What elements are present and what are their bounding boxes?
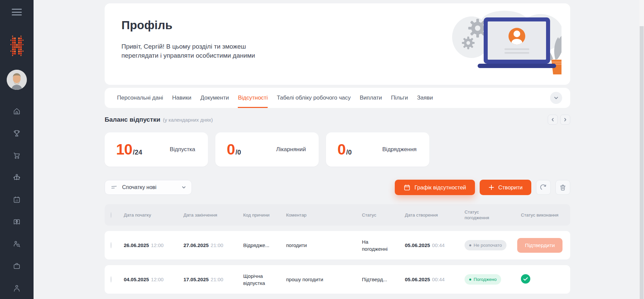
sort-dropdown[interactable]: Спочатку нові	[105, 180, 192, 195]
tab-timesheets[interactable]: Табелі обліку робочого часу	[277, 88, 351, 108]
sick-total: /0	[235, 148, 241, 156]
greeting-text: Привіт, Сергій! В цьому розділі ти зможе…	[121, 42, 259, 60]
approved-check-icon	[521, 274, 530, 284]
cart-icon[interactable]	[12, 151, 21, 160]
plus-icon	[488, 184, 494, 190]
col-execution-status: Статус виконання	[518, 213, 570, 218]
tab-payments[interactable]: Виплати	[360, 88, 382, 108]
end-time: 21:00	[211, 277, 223, 282]
sick-label: Лікарняний	[276, 146, 306, 153]
chevron-down-icon	[553, 95, 559, 101]
col-approval-status: Статус погодження	[462, 209, 518, 221]
calendar-icon	[404, 184, 411, 191]
absence-schedule-button[interactable]: Графік відсутностей	[395, 180, 475, 195]
approval-status-badge: Не розпочато	[465, 240, 506, 250]
start-date: 04.05.2025	[124, 277, 149, 282]
absence-table: Дата початку Дата закінчення Код причини…	[105, 204, 570, 294]
confirm-button[interactable]: Підтвердити	[517, 238, 562, 253]
end-time: 21:00	[211, 242, 223, 248]
table-row[interactable]: 26.06.202512:00 27.06.202521:00 Відрядже…	[105, 231, 570, 259]
balance-card-sick-leave: 0 /0 Лікарняний	[215, 132, 319, 167]
calendar-icon[interactable]	[12, 195, 21, 204]
scrollbar-thumb[interactable]	[640, 26, 644, 299]
sort-selected-value: Спочатку нові	[122, 184, 156, 190]
comment: погодити	[283, 242, 359, 249]
sidebar-nav	[12, 107, 21, 293]
status: Підтверд...	[359, 276, 402, 283]
balance-note: (у календарних днях)	[163, 117, 213, 123]
col-start-date: Дата початку	[121, 213, 180, 218]
col-end-date: Дата закінчення	[180, 213, 240, 218]
table-row[interactable]: 04.05.202512:00 17.05.202521:00 Щорічна …	[105, 265, 570, 294]
training-icon[interactable]	[12, 173, 21, 182]
laptop-illustration	[451, 9, 561, 76]
col-reason-code: Код причини	[240, 213, 283, 218]
start-date: 26.06.2025	[124, 242, 149, 248]
profile-hero-card: Профіль Привіт, Сергій! В цьому розділі …	[105, 3, 570, 85]
created-time: 00:44	[432, 277, 445, 282]
tab-personal-data[interactable]: Персональні дані	[117, 88, 163, 108]
col-created-date: Дата створення	[402, 213, 462, 218]
trip-label: Відрядження	[382, 146, 417, 153]
reason-code: Відрядже...	[240, 242, 283, 249]
balance-cards: 10 /24 Відпустка 0 /0 Лікарняний 0 /0 Ві…	[105, 132, 570, 167]
tabs-overflow-button[interactable]	[550, 92, 562, 104]
refresh-icon	[540, 184, 547, 191]
created-time: 00:44	[432, 242, 445, 248]
table-header: Дата початку Дата закінчення Код причини…	[105, 204, 570, 226]
hamburger-menu-icon[interactable]	[12, 9, 22, 15]
chevron-down-icon	[181, 185, 186, 190]
tab-documents[interactable]: Документи	[201, 88, 229, 108]
status: На погодженні	[359, 238, 402, 252]
sidebar	[0, 0, 34, 299]
laptop	[478, 17, 556, 68]
schedule-button-label: Графік відсутностей	[415, 184, 466, 191]
trip-used: 0	[337, 141, 345, 158]
row-checkbox[interactable]	[111, 276, 111, 283]
reason-code: Щорічна відпустка	[240, 273, 283, 287]
briefcase-icon[interactable]	[12, 262, 21, 271]
page-scrollbar	[639, 0, 644, 299]
end-date: 17.05.2025	[183, 277, 209, 282]
tab-absences[interactable]: Відсутності	[238, 88, 268, 108]
end-date: 27.06.2025	[183, 242, 209, 248]
created-date: 05.06.2025	[405, 242, 430, 248]
trip-total: /0	[346, 148, 352, 156]
profile-icon[interactable]	[12, 284, 21, 293]
create-button-label: Створити	[498, 184, 523, 191]
create-button[interactable]: Створити	[480, 180, 531, 195]
row-checkbox[interactable]	[111, 242, 111, 248]
trash-icon	[559, 184, 567, 191]
hurma-logo[interactable]	[9, 35, 25, 58]
profile-tabs: Персональні дані Навики Документи Відсут…	[105, 88, 570, 108]
balance-title: Баланс відпустки	[105, 116, 160, 123]
balance-prev-button[interactable]	[548, 115, 558, 125]
user-avatar[interactable]	[7, 70, 27, 90]
tab-skills[interactable]: Навики	[172, 88, 191, 108]
start-time: 12:00	[151, 242, 164, 248]
tab-benefits[interactable]: Пільги	[391, 88, 408, 108]
start-time: 12:00	[151, 277, 164, 282]
trophy-icon[interactable]	[12, 129, 21, 138]
select-all-checkbox[interactable]	[111, 212, 111, 218]
vacation-label: Відпустка	[170, 146, 195, 153]
absence-toolbar: Спочатку нові Графік відсутностей Створи…	[105, 180, 570, 195]
gear-icon	[462, 37, 475, 49]
recruiting-icon[interactable]	[12, 240, 21, 248]
delete-button[interactable]	[555, 180, 570, 195]
balance-card-vacation: 10 /24 Відпустка	[105, 132, 208, 167]
balance-next-button[interactable]	[560, 115, 570, 125]
sick-used: 0	[227, 141, 235, 158]
home-icon[interactable]	[12, 107, 21, 116]
created-date: 05.06.2025	[405, 277, 430, 282]
chevron-right-icon	[563, 117, 568, 122]
sort-icon	[111, 184, 117, 190]
vacation-used: 10	[116, 141, 132, 158]
vacation-total: /24	[133, 148, 142, 156]
refresh-button[interactable]	[536, 180, 551, 195]
col-status: Статус	[359, 213, 402, 218]
balance-section-header: Баланс відпустки (у календарних днях)	[105, 115, 570, 125]
knowledge-icon[interactable]	[12, 218, 21, 226]
main-content: Профіль Привіт, Сергій! В цьому розділі …	[105, 3, 570, 294]
tab-requests[interactable]: Заяви	[417, 88, 433, 108]
